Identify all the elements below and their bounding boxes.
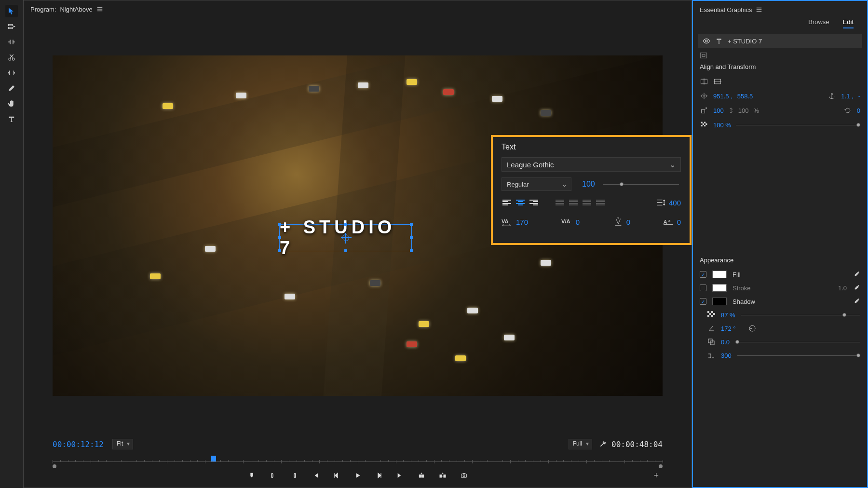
angle-dial-icon[interactable] bbox=[748, 325, 756, 332]
align-vert-icon[interactable] bbox=[713, 77, 722, 86]
stroke-row: Stroke 1.0 bbox=[693, 281, 867, 295]
align-left-button[interactable] bbox=[502, 198, 512, 207]
anchor-x[interactable]: 1.1 , bbox=[841, 93, 853, 100]
svg-rect-0 bbox=[8, 25, 13, 26]
lift-button[interactable] bbox=[417, 471, 426, 480]
mark-out-button[interactable] bbox=[290, 471, 298, 480]
opacity-value[interactable]: 100 % bbox=[713, 122, 731, 129]
eyedropper-icon[interactable] bbox=[853, 271, 860, 278]
valign-bot-button[interactable] bbox=[582, 198, 592, 207]
panel-menu-icon[interactable] bbox=[756, 6, 762, 13]
play-button[interactable] bbox=[353, 471, 362, 480]
tab-browse[interactable]: Browse bbox=[808, 18, 829, 28]
opacity-slider[interactable] bbox=[736, 122, 860, 128]
zoom-select[interactable]: Fit bbox=[112, 439, 133, 449]
slip-tool[interactable] bbox=[5, 67, 18, 79]
shadow-distance-slider[interactable] bbox=[735, 339, 860, 345]
mark-in-button[interactable] bbox=[269, 471, 277, 480]
shadow-label: Shadow bbox=[732, 298, 755, 305]
wrench-icon[interactable] bbox=[599, 440, 607, 448]
valign-top-button[interactable] bbox=[555, 198, 565, 207]
align-center-button[interactable] bbox=[515, 198, 526, 207]
stroke-checkbox[interactable] bbox=[700, 285, 706, 291]
time-ruler[interactable] bbox=[53, 456, 663, 466]
extract-button[interactable] bbox=[438, 471, 447, 480]
position-icon bbox=[700, 92, 708, 100]
go-to-out-button[interactable] bbox=[396, 471, 405, 480]
tracking-value[interactable]: 170 bbox=[516, 218, 528, 226]
responsive-pin-icon[interactable] bbox=[700, 53, 707, 58]
shadow-blur[interactable]: 300 bbox=[721, 352, 732, 359]
rotation-icon bbox=[843, 106, 852, 115]
eyedropper-icon[interactable] bbox=[853, 298, 860, 305]
shadow-angle[interactable]: 172 ° bbox=[721, 325, 736, 332]
svg-rect-8 bbox=[461, 474, 466, 478]
font-size-slider[interactable] bbox=[603, 181, 679, 187]
current-timecode[interactable]: 00:00:12:12 bbox=[53, 440, 104, 449]
quality-select[interactable]: Full bbox=[569, 439, 592, 449]
tsume-value[interactable]: 0 bbox=[626, 218, 630, 226]
baseline-value[interactable]: 0 bbox=[677, 218, 681, 226]
align-horiz-icon[interactable] bbox=[700, 77, 708, 86]
eye-icon[interactable] bbox=[703, 37, 710, 45]
scale-x[interactable]: 100 bbox=[713, 107, 724, 114]
panel-menu-icon[interactable] bbox=[96, 6, 103, 13]
layer-row[interactable]: + STUDIO 7 bbox=[698, 34, 862, 48]
ripple-edit-tool[interactable] bbox=[5, 36, 18, 48]
shadow-row: ✓ Shadow bbox=[693, 295, 867, 308]
anchor-point-icon[interactable] bbox=[342, 234, 349, 241]
shadow-checkbox[interactable]: ✓ bbox=[700, 298, 706, 305]
track-select-tool[interactable] bbox=[5, 20, 18, 33]
fill-swatch[interactable] bbox=[712, 271, 727, 278]
svg-rect-22 bbox=[703, 123, 704, 125]
align-right-button[interactable] bbox=[529, 198, 539, 207]
step-back-button[interactable] bbox=[332, 471, 341, 480]
playhead[interactable] bbox=[211, 456, 216, 461]
add-marker-button[interactable] bbox=[247, 471, 256, 480]
kerning-value[interactable]: 0 bbox=[576, 218, 580, 226]
svg-rect-6 bbox=[440, 475, 442, 477]
shadow-opacity[interactable]: 87 % bbox=[721, 312, 735, 319]
font-size[interactable]: 100 bbox=[582, 180, 595, 189]
hand-tool[interactable] bbox=[5, 97, 18, 110]
link-icon[interactable] bbox=[729, 107, 733, 114]
svg-rect-30 bbox=[707, 315, 709, 317]
blur-icon bbox=[707, 352, 715, 359]
tab-edit[interactable]: Edit bbox=[843, 18, 854, 28]
export-frame-button[interactable] bbox=[460, 471, 468, 480]
stroke-width[interactable]: 1.0 bbox=[838, 285, 847, 292]
stroke-swatch[interactable] bbox=[712, 284, 727, 292]
shadow-blur-slider[interactable] bbox=[737, 352, 860, 359]
svg-text:A: A bbox=[664, 219, 667, 225]
shadow-swatch[interactable] bbox=[712, 298, 727, 305]
selection-tool[interactable] bbox=[5, 5, 18, 17]
pen-tool[interactable] bbox=[5, 82, 18, 95]
valign-justify-button[interactable] bbox=[595, 198, 606, 207]
position-y[interactable]: 558.5 bbox=[737, 93, 753, 100]
rotation-value[interactable]: 0 bbox=[857, 107, 860, 114]
leading-value[interactable]: 400 bbox=[669, 199, 681, 207]
valign-mid-button[interactable] bbox=[568, 198, 579, 207]
position-x[interactable]: 951.5 , bbox=[713, 93, 732, 100]
svg-rect-20 bbox=[701, 122, 703, 123]
text-selection-bounds[interactable]: + STUDIO 7 bbox=[279, 224, 412, 251]
eyedropper-icon[interactable] bbox=[853, 284, 860, 292]
shadow-opacity-slider[interactable] bbox=[741, 312, 860, 318]
razor-tool[interactable] bbox=[5, 51, 18, 64]
font-family-select[interactable]: League Gothic bbox=[502, 157, 681, 172]
anchor-y[interactable]: - bbox=[858, 93, 860, 100]
shadow-distance[interactable]: 0.0 bbox=[721, 339, 730, 346]
button-editor-icon[interactable]: + bbox=[653, 471, 659, 481]
baseline-icon: Aa bbox=[664, 217, 674, 227]
font-style-select[interactable]: Regular bbox=[502, 177, 571, 191]
step-forward-button[interactable] bbox=[375, 471, 383, 480]
type-tool[interactable] bbox=[5, 113, 18, 125]
svg-rect-21 bbox=[704, 122, 705, 123]
svg-text:V/A: V/A bbox=[561, 218, 570, 224]
go-to-in-button[interactable] bbox=[311, 471, 320, 480]
svg-rect-31 bbox=[711, 315, 713, 317]
svg-point-3 bbox=[13, 58, 15, 61]
fill-checkbox[interactable]: ✓ bbox=[700, 271, 706, 278]
svg-rect-19 bbox=[701, 109, 705, 113]
text-layer-icon bbox=[715, 37, 723, 45]
